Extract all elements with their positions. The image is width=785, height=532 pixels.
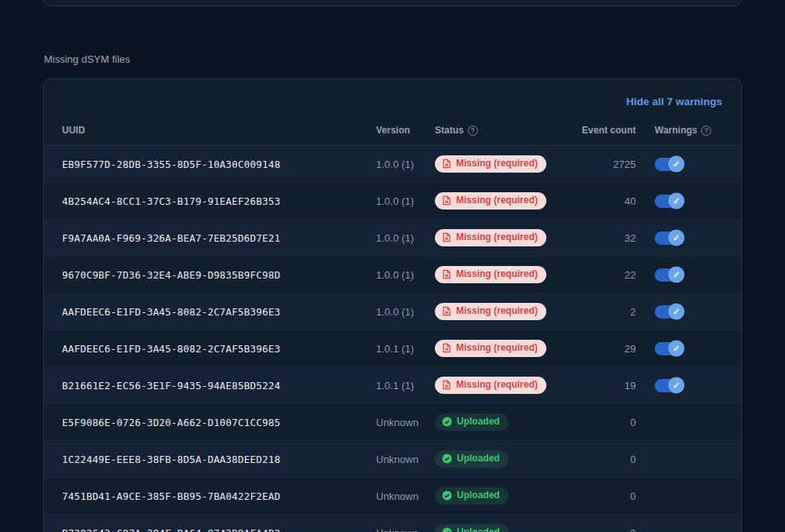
version-cell: 1.0.0 (1) [376,232,435,244]
status-pill-label: Uploaded [457,453,500,465]
status-pill-label: Uploaded [457,527,500,532]
warnings-cell: ✓ [647,268,725,282]
hide-warnings-link[interactable]: Hide all 7 warnings [626,96,722,107]
warnings-toggle[interactable]: ✓ [655,231,683,245]
table-row: 9670C9BF-7D36-32E4-ABE9-D9835B9FC98D 1.0… [44,257,741,293]
check-circle-icon [442,417,452,427]
table-row: 7451BD41-A9CE-385F-BB95-7BA0422F2EAD Unk… [44,478,741,515]
status-pill: Missing (required) [435,377,546,394]
status-pill-label: Uploaded [457,416,500,428]
status-cell: Missing (required) [435,266,580,283]
table-row: B21661E2-EC56-3E1F-9435-94AE85BD5224 1.0… [44,367,741,404]
status-pill-label: Missing (required) [456,195,538,206]
version-cell: 1.0.1 (1) [376,343,435,355]
table-header-row: UUID Version Status ? Event count Warnin… [44,115,741,146]
status-cell: Uploaded [435,450,580,468]
column-header-warnings: Warnings ? [647,125,725,142]
status-pill: Uploaded [435,487,509,505]
warnings-toggle[interactable]: ✓ [655,379,683,392]
column-header-uuid: UUID [62,125,376,142]
status-help-icon[interactable]: ? [468,126,478,136]
table-row: 1C22449E-EEE8-38FB-8D5A-DAA38DEED218 Unk… [44,441,741,478]
status-pill: Missing (required) [435,303,546,320]
event-count-cell: 32 [580,232,647,244]
toggle-check-icon: ✓ [668,156,685,173]
column-header-status-label: Status [435,125,464,136]
status-cell: Uploaded [435,414,580,431]
uuid-cell: F9A7AA0A-F969-326A-BEA7-7EB25D6D7E21 [62,232,376,244]
status-pill: Missing (required) [435,192,546,210]
uuid-cell: E5F9086E-0726-3D20-A662-D1007C1CC985 [62,417,376,428]
check-circle-icon [442,527,452,532]
event-count-cell: 0 [580,527,647,532]
uuid-cell: 9670C9BF-7D36-32E4-ABE9-D9835B9FC98D [62,269,376,281]
uuid-cell: AAFDEEC6-E1FD-3A45-8082-2C7AF5B396E3 [62,343,376,355]
status-pill: Uploaded [435,524,509,532]
missing-dsym-panel: Hide all 7 warnings UUID Version Status … [43,78,742,532]
section-title: Missing dSYM files [44,53,130,65]
column-header-uuid-label: UUID [62,125,85,136]
toggle-check-icon: ✓ [668,377,685,394]
event-count-cell: 22 [580,269,647,281]
status-pill-label: Missing (required) [456,342,538,354]
column-header-warnings-label: Warnings [655,125,697,136]
check-circle-icon [442,454,452,464]
warnings-help-icon[interactable]: ? [701,126,711,136]
version-cell: Unknown [376,527,435,532]
status-pill-label: Missing (required) [456,268,538,280]
status-cell: Missing (required) [435,155,580,173]
status-pill: Uploaded [435,414,509,431]
status-pill: Missing (required) [435,266,546,283]
version-cell: 1.0.0 (1) [376,195,435,207]
toggle-check-icon: ✓ [668,193,685,210]
table-body: EB9F577D-28DB-3355-8D5F-10A30C009148 1.0… [44,146,741,532]
warnings-toggle[interactable]: ✓ [655,342,683,355]
toggle-check-icon: ✓ [668,341,685,357]
previous-card-edge [43,0,742,6]
status-cell: Missing (required) [435,377,580,394]
warnings-toggle[interactable]: ✓ [655,305,683,319]
warnings-toggle[interactable]: ✓ [655,195,683,208]
event-count-cell: 0 [580,490,647,502]
status-cell: Missing (required) [435,192,580,210]
table-row: 4B254AC4-8CC1-37C3-B179-91EAEF26B353 1.0… [44,183,741,220]
uuid-cell: AAFDEEC6-E1FD-3A45-8082-2C7AF5B396E3 [62,306,376,318]
status-cell: Missing (required) [435,303,580,320]
file-missing-icon [442,306,451,316]
column-header-event-count-label: Event count [582,125,636,136]
status-pill: Missing (required) [435,155,546,173]
event-count-cell: 19 [580,380,647,392]
panel-header: Hide all 7 warnings [44,79,741,115]
status-cell: Uploaded [435,524,580,532]
table-row: E5F9086E-0726-3D20-A662-D1007C1CC985 Unk… [44,404,741,441]
file-missing-icon [442,269,451,279]
table-row: AAFDEEC6-E1FD-3A45-8082-2C7AF5B396E3 1.0… [44,330,741,367]
version-cell: Unknown [376,490,435,502]
file-missing-icon [442,343,451,353]
version-cell: Unknown [376,417,435,428]
warnings-toggle[interactable]: ✓ [655,158,683,171]
version-cell: 1.0.0 (1) [376,306,435,318]
status-cell: Missing (required) [435,340,580,357]
status-cell: Uploaded [435,487,580,505]
status-cell: Missing (required) [435,229,580,246]
status-pill-label: Missing (required) [456,305,538,317]
uuid-cell: 1C22449E-EEE8-38FB-8D5A-DAA38DEED218 [62,454,376,465]
status-pill: Missing (required) [435,340,546,357]
status-pill: Missing (required) [435,229,546,246]
status-pill: Uploaded [435,450,509,468]
table-row: B7282643-687A-394F-BA64-8743B8AFA4B2 Unk… [44,515,741,532]
warnings-cell: ✓ [647,195,725,208]
column-header-version: Version [376,125,435,142]
uuid-cell: 7451BD41-A9CE-385F-BB95-7BA0422F2EAD [62,490,376,502]
warnings-cell: ✓ [647,231,725,245]
uuid-cell: 4B254AC4-8CC1-37C3-B179-91EAEF26B353 [62,195,376,207]
status-pill-label: Missing (required) [456,379,538,391]
toggle-check-icon: ✓ [668,304,685,320]
uuid-cell: EB9F577D-28DB-3355-8D5F-10A30C009148 [62,159,376,170]
warnings-toggle[interactable]: ✓ [655,268,683,282]
event-count-cell: 40 [580,195,647,207]
table-row: F9A7AA0A-F969-326A-BEA7-7EB25D6D7E21 1.0… [44,220,741,257]
column-header-status: Status ? [435,125,580,142]
warnings-cell: ✓ [647,158,725,171]
